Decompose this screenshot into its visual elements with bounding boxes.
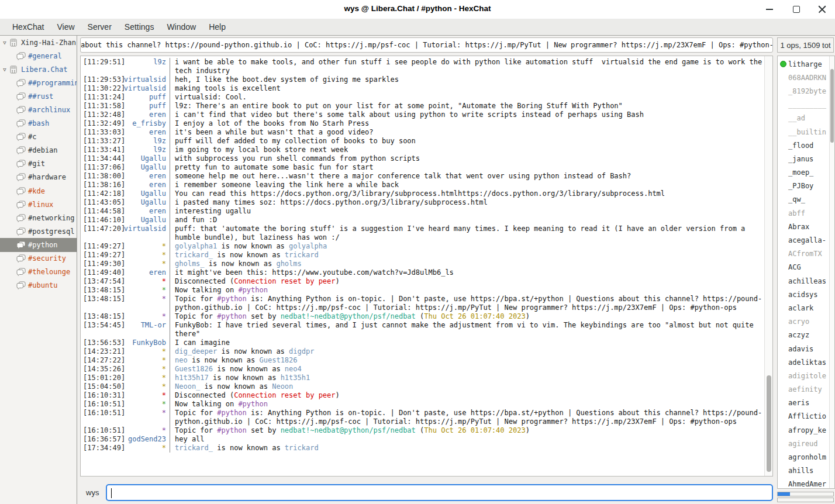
- menu-item-window[interactable]: Window: [160, 20, 202, 33]
- chat-timestamp: [11:46:10]: [81, 216, 120, 225]
- chat-nick: virtualsid: [120, 84, 170, 93]
- userlist-item[interactable]: _PJBoy: [778, 179, 829, 193]
- channel-label: #python: [28, 241, 58, 249]
- minimize-button[interactable]: [764, 4, 775, 15]
- tree-channel-bash[interactable]: #bash: [0, 117, 77, 130]
- userlist-item[interactable]: AhmedAmer: [778, 478, 829, 489]
- userlist-item[interactable]: ACfromTX: [778, 247, 829, 261]
- userlist-item[interactable]: acidsys: [778, 288, 829, 301]
- chat-scrollbar-thumb[interactable]: [767, 375, 771, 472]
- chat-nick: *: [120, 374, 170, 382]
- tree-channel-linux[interactable]: #linux: [0, 198, 77, 211]
- userlist-item[interactable]: acryo: [778, 315, 829, 329]
- tree-channel-postgresql[interactable]: #postgresql: [0, 225, 77, 238]
- userlist-item[interactable]: litharge: [778, 57, 829, 71]
- userlist-item[interactable]: __builtin: [778, 125, 829, 139]
- userlist-item[interactable]: _8192byte: [778, 84, 829, 98]
- chat-message-segment: h1t35h17: [175, 374, 209, 382]
- menu-item-server[interactable]: Server: [81, 20, 118, 33]
- chat-message-segment: Thu Oct 26 01:07:40 2023: [424, 426, 525, 434]
- userlist-item[interactable]: ahills: [778, 464, 829, 478]
- userlist-item[interactable]: _________: [778, 98, 829, 112]
- chat-timestamp: [14:35:26]: [81, 365, 120, 374]
- userlist-item[interactable]: 068AADRKN: [778, 71, 829, 84]
- menu-item-view[interactable]: View: [50, 20, 81, 33]
- chat-message-segment: neo4: [285, 365, 302, 373]
- userlist-item[interactable]: agronholm: [778, 450, 829, 464]
- tree-channel-thelounge[interactable]: #thelounge: [0, 265, 77, 279]
- userlist-item[interactable]: achilleas: [778, 274, 829, 288]
- channel-icon: [16, 106, 28, 114]
- channel-icon: [16, 214, 28, 222]
- chat-message: I can imagine: [170, 339, 764, 347]
- chat-message-segment: Topic for: [175, 426, 217, 434]
- userlist-item[interactable]: _moep_: [778, 166, 829, 179]
- expander-arrow-icon[interactable]: ▽: [0, 40, 9, 46]
- chat-nick: virtualsid: [120, 75, 170, 84]
- menu-item-settings[interactable]: Settings: [118, 20, 161, 33]
- chat-message-segment: ): [526, 312, 530, 320]
- tree-channel-hardware[interactable]: #hardware: [0, 171, 77, 184]
- chat-message-segment: ): [526, 426, 530, 434]
- tree-channel-networking[interactable]: #networking: [0, 211, 77, 225]
- tree-channel-kde[interactable]: #kde: [0, 184, 77, 198]
- server-icon: [9, 39, 21, 47]
- chat-message: Now talking on #python: [170, 286, 764, 295]
- userlist-item[interactable]: __ad: [778, 112, 829, 125]
- userlist-item[interactable]: aczyz: [778, 329, 829, 342]
- userlist-item[interactable]: adeliktas: [778, 355, 829, 369]
- chat-timestamp: [13:48:15]: [81, 295, 120, 303]
- channel-label: #c: [28, 133, 36, 141]
- userlist-scrollbar-thumb[interactable]: [830, 69, 834, 143]
- tree-channel-git[interactable]: #git: [0, 157, 77, 171]
- menu-item-hexchat[interactable]: HexChat: [6, 20, 50, 33]
- tree-channel-programming[interactable]: ##programming: [0, 76, 77, 89]
- chat-timestamp: [16:36:57]: [81, 435, 120, 444]
- userlist-item[interactable]: adigitole: [778, 369, 829, 382]
- userlist-item[interactable]: agireud: [778, 437, 829, 450]
- own-nick-label: wys: [80, 488, 106, 497]
- tree-channel-archlinux[interactable]: #archlinux: [0, 103, 77, 116]
- window-title: wys @ Libera.Chat / #python - HexChat: [0, 4, 835, 13]
- chat-message-segment: #python: [238, 400, 268, 408]
- tree-channel-rust[interactable]: ##rust: [0, 89, 77, 103]
- userlist-item[interactable]: adavis: [778, 342, 829, 355]
- chat-scrollbar[interactable]: [764, 56, 772, 476]
- userlist-item[interactable]: acegalla-: [778, 233, 829, 247]
- chat-nick: *: [120, 286, 170, 295]
- userlist-item[interactable]: aeris: [778, 396, 829, 410]
- userlist-item[interactable]: aefinity: [778, 383, 829, 396]
- userlist-scrollbar[interactable]: [829, 56, 834, 488]
- chat-message-segment: golyalpha: [289, 242, 327, 250]
- userlist-item[interactable]: abff: [778, 206, 829, 220]
- userlist-item[interactable]: _flood: [778, 139, 829, 152]
- topic-bar[interactable]: about this channel? https://pound-python…: [80, 37, 773, 53]
- chat-line: [15:01:20]*h1t35h17 is now known as h1t3…: [81, 374, 764, 382]
- tree-server-row[interactable]: ▽Xing-Hai-Zhan: [0, 36, 77, 49]
- userlist-item[interactable]: _janus: [778, 152, 829, 165]
- chat-message-segment: ): [336, 391, 340, 399]
- userlist: litharge068AADRKN_8192byte___________ad_…: [778, 57, 829, 488]
- tree-channel-general[interactable]: #general: [0, 49, 77, 63]
- chat-nick: *: [120, 251, 170, 260]
- tree-channel-ubuntu[interactable]: #ubuntu: [0, 279, 77, 292]
- maximize-button[interactable]: [791, 4, 802, 15]
- expander-arrow-icon[interactable]: ▽: [0, 67, 9, 73]
- tree-channel-security[interactable]: #security: [0, 252, 77, 265]
- chat-line: [11:47:20]virtualsidpuff: that 'automate…: [81, 225, 764, 242]
- userlist-item[interactable]: aclark: [778, 301, 829, 315]
- userlist-item[interactable]: afropy_ke: [778, 423, 829, 437]
- userlist-item[interactable]: Afflictio: [778, 410, 829, 423]
- tree-channel-c[interactable]: #c: [0, 130, 77, 144]
- tree-channel-debian[interactable]: #debian: [0, 144, 77, 157]
- menu-item-help[interactable]: Help: [202, 20, 232, 33]
- message-input[interactable]: [106, 484, 773, 501]
- userlist-item[interactable]: ACG: [778, 261, 829, 274]
- tree-channel-python[interactable]: #python: [0, 238, 77, 251]
- userlist-item[interactable]: _qw_: [778, 193, 829, 206]
- chat-message-segment: Now talking on: [175, 286, 238, 294]
- userlist-item[interactable]: Abrax: [778, 220, 829, 233]
- tree-server-row[interactable]: ▽Libera.Chat: [0, 63, 77, 76]
- close-button[interactable]: [816, 4, 828, 15]
- chat-message-segment: is now known as: [213, 444, 285, 452]
